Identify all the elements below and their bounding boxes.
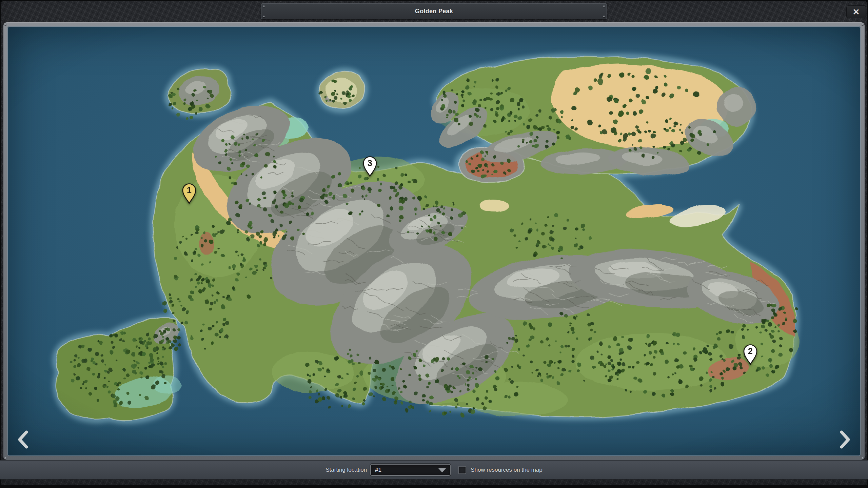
- map-marker-3[interactable]: 3: [362, 156, 378, 177]
- bottom-edge: [0, 485, 868, 488]
- close-icon: ✕: [853, 7, 860, 17]
- title-plate: Golden Peak: [261, 3, 607, 19]
- map-title: Golden Peak: [261, 4, 607, 19]
- rivet-icon: [263, 5, 265, 7]
- close-button[interactable]: ✕: [846, 5, 866, 18]
- map-view: 123: [7, 26, 861, 456]
- chevron-left-icon: [16, 429, 31, 450]
- starting-location-label: Starting location: [326, 467, 367, 473]
- starting-location-dropdown[interactable]: #1: [370, 464, 451, 476]
- starting-location-value: #1: [375, 467, 381, 473]
- islands: [56, 57, 799, 423]
- chevron-right-icon: [837, 429, 852, 450]
- marker-number: 3: [368, 158, 372, 168]
- map-selection-window: Golden Peak ✕: [0, 0, 868, 488]
- island-map: [7, 26, 861, 456]
- rivet-icon: [862, 23, 864, 25]
- map-frame: 123: [3, 22, 865, 460]
- show-resources-checkbox[interactable]: [458, 466, 466, 474]
- previous-map-button[interactable]: [14, 428, 33, 451]
- map-marker-1[interactable]: 1: [181, 183, 197, 204]
- rivet-icon: [263, 16, 265, 17]
- rivet-icon: [862, 457, 864, 459]
- next-map-button[interactable]: [835, 428, 854, 451]
- rivet-icon: [4, 23, 6, 25]
- bottom-bar: Starting location #1 Show resources on t…: [0, 460, 868, 480]
- rivet-icon: [603, 5, 605, 7]
- footer-controls: Starting location #1 Show resources on t…: [326, 464, 542, 476]
- map-marker-2[interactable]: 2: [742, 344, 758, 365]
- marker-number: 2: [748, 346, 753, 356]
- dropdown-arrow-icon: [438, 468, 446, 472]
- rivet-icon: [603, 16, 605, 17]
- show-resources-label[interactable]: Show resources on the map: [471, 467, 542, 473]
- rivet-icon: [4, 457, 6, 459]
- marker-number: 1: [187, 185, 192, 195]
